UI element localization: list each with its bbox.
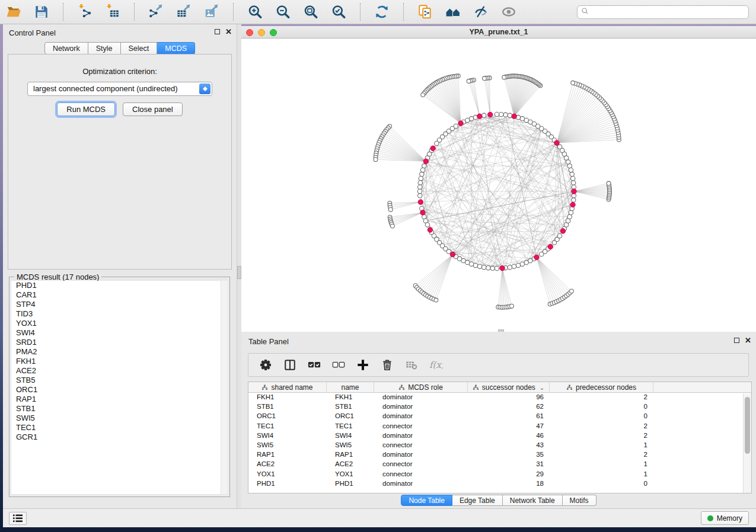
cell-MCDS-role: connector: [374, 441, 468, 450]
refresh-button[interactable]: [373, 3, 391, 21]
close-panel-button[interactable]: Close panel: [123, 102, 183, 116]
gear-button[interactable]: [259, 358, 273, 372]
search-input[interactable]: [590, 6, 748, 18]
search-box[interactable]: [577, 5, 749, 19]
list-item[interactable]: ORC1: [11, 385, 228, 395]
control-panel-title: Control Panel: [9, 28, 56, 37]
list-item[interactable]: PMA2: [11, 347, 228, 357]
zoom-selected-button[interactable]: [330, 3, 347, 21]
table-row[interactable]: YOX1YOX1connector291: [248, 470, 751, 479]
list-item[interactable]: STB5: [11, 376, 228, 385]
tab-node-table[interactable]: Node Table: [401, 495, 452, 506]
list-item[interactable]: ACE2: [11, 366, 228, 376]
column-header-MCDS-role[interactable]: MCDS role: [374, 382, 468, 393]
close-table-panel-icon[interactable]: ✕: [745, 337, 751, 344]
tab-motifs[interactable]: Motifs: [563, 495, 596, 506]
table-row[interactable]: RAP1RAP1dominator352: [248, 450, 751, 460]
clone-network-icon: [417, 4, 433, 20]
home-button[interactable]: [444, 3, 462, 21]
list-item[interactable]: STB1: [11, 404, 228, 414]
criterion-dropdown[interactable]: largest connected component (undirected): [27, 82, 212, 96]
vertical-splitter[interactable]: [237, 24, 241, 508]
maximize-window-icon[interactable]: [270, 29, 277, 36]
list-item[interactable]: PHD1: [11, 281, 228, 290]
table-row[interactable]: STB1STB1dominator620: [248, 402, 751, 412]
network-canvas[interactable]: [241, 39, 756, 331]
list-item[interactable]: SWI5: [11, 414, 228, 423]
export-table-button[interactable]: [175, 3, 193, 21]
run-mcds-button[interactable]: Run MCDS: [57, 102, 115, 116]
zoom-in-button[interactable]: [246, 3, 264, 21]
import-table-button[interactable]: [104, 3, 122, 21]
export-network-button[interactable]: [147, 3, 165, 21]
import-network-button[interactable]: [76, 3, 94, 21]
save-button[interactable]: [33, 3, 50, 21]
hide-labels-button[interactable]: [472, 3, 490, 21]
column-header-predecessor-nodes[interactable]: predecessor nodes: [550, 382, 653, 393]
minimize-window-icon[interactable]: [258, 29, 265, 36]
list-item[interactable]: YOX1: [11, 319, 228, 328]
list-item[interactable]: STP4: [11, 300, 228, 309]
float-panel-icon[interactable]: [215, 29, 220, 34]
table-row[interactable]: FKH1FKH1dominator962: [248, 393, 751, 402]
table-row[interactable]: ORC1ORC1dominator610: [248, 412, 751, 421]
trash-button[interactable]: [380, 358, 394, 372]
tab-mcds[interactable]: MCDS: [157, 42, 195, 55]
mcds-result-group: MCDS result (17 nodes) PHD1CAR1STP4TID3Y…: [9, 277, 230, 497]
table-row[interactable]: SWI5SWI5connector431: [248, 441, 751, 450]
tab-select[interactable]: Select: [121, 42, 158, 55]
cell-predecessor-nodes: 0: [550, 412, 653, 421]
table-row[interactable]: TEC1TEC1connector472: [248, 422, 751, 431]
cell-shared-name: ORC1: [248, 412, 327, 421]
tab-edge-table[interactable]: Edge Table: [452, 495, 503, 506]
column-header-shared-name[interactable]: shared name: [248, 382, 327, 393]
list-item[interactable]: SWI4: [11, 328, 228, 338]
table-scrollbar[interactable]: [743, 393, 751, 493]
memory-label: Memory: [717, 514, 742, 523]
export-image-button[interactable]: [203, 3, 221, 21]
list-item[interactable]: TEC1: [11, 423, 228, 432]
table-row[interactable]: ACE2ACE2connector311: [248, 460, 751, 469]
memory-button[interactable]: Memory: [701, 511, 749, 525]
zoom-fit-button[interactable]: [302, 3, 320, 21]
open-folder-button[interactable]: [5, 3, 23, 21]
float-table-panel-icon[interactable]: [734, 338, 739, 343]
cell-predecessor-nodes: 1: [550, 470, 653, 479]
tree-icon: [261, 384, 268, 391]
list-icon: [13, 514, 23, 523]
task-history-button[interactable]: [9, 512, 27, 525]
list-item[interactable]: RAP1: [11, 395, 228, 404]
column-header-name[interactable]: name: [327, 382, 374, 393]
clone-network-button[interactable]: [416, 3, 434, 21]
add-column-button[interactable]: [356, 358, 370, 372]
list-item[interactable]: TID3: [11, 309, 228, 319]
table-scrollbar-thumb[interactable]: [745, 397, 750, 454]
select-all-button[interactable]: [307, 358, 321, 372]
eye-button[interactable]: [500, 3, 518, 21]
table-panel: Table Panel ✕ f(x) shared namenameMCDS r…: [241, 332, 756, 508]
tab-network-table[interactable]: Network Table: [503, 495, 563, 506]
list-item[interactable]: GCR1: [11, 432, 228, 442]
deselect-all-button[interactable]: [331, 358, 346, 372]
tab-network[interactable]: Network: [44, 42, 88, 55]
cell-successor-nodes: 47: [468, 422, 550, 431]
zoom-out-button[interactable]: [274, 3, 292, 21]
node-table[interactable]: shared namenameMCDS rolesuccessor nodes⌄…: [248, 382, 752, 493]
close-panel-icon[interactable]: ✕: [225, 28, 232, 35]
table-row[interactable]: SWI4SWI4dominator462: [248, 431, 751, 441]
splitter-handle[interactable]: [237, 266, 241, 279]
network-titlebar[interactable]: YPA_prune.txt_1: [241, 26, 756, 39]
list-item[interactable]: FKH1: [11, 357, 228, 366]
close-window-icon[interactable]: [246, 29, 253, 36]
network-graph[interactable]: [241, 39, 756, 331]
mcds-result-list[interactable]: PHD1CAR1STP4TID3YOX1SWI4SRD1PMA2FKH1ACE2…: [11, 281, 228, 494]
list-item[interactable]: CAR1: [11, 290, 228, 300]
table-row[interactable]: PHD1PHD1dominator180: [248, 479, 751, 489]
cell-shared-name: PHD1: [248, 479, 327, 489]
split-columns-button[interactable]: [283, 358, 297, 372]
column-label: successor nodes: [482, 383, 535, 392]
result-scrollbar[interactable]: [221, 281, 228, 494]
list-item[interactable]: SRD1: [11, 338, 228, 347]
tab-style[interactable]: Style: [88, 42, 121, 55]
column-header-successor-nodes[interactable]: successor nodes⌄: [468, 382, 550, 393]
